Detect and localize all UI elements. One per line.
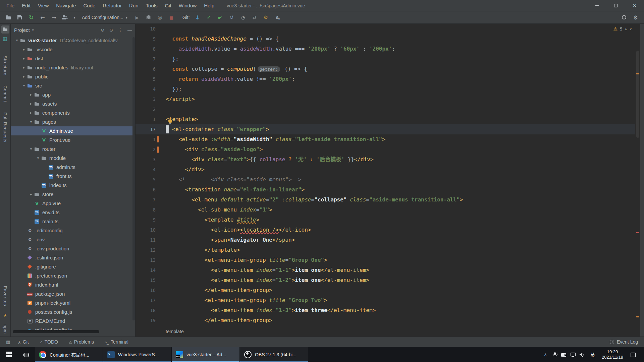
- code-line[interactable]: 12 </template>: [136, 245, 635, 255]
- code-line[interactable]: 6 <transition name="el-fade-in-linear">: [136, 185, 635, 195]
- sync-icon[interactable]: [27, 13, 36, 22]
- search-everywhere-icon[interactable]: [620, 13, 629, 22]
- tree-item-module[interactable]: ▾module: [11, 154, 135, 163]
- code-line[interactable]: 8 <el-sub-menu index="1">: [136, 205, 635, 215]
- tree-item-vue3-starter[interactable]: ▾vue3-starterD:\Code\vue_code\tutorial\v: [11, 36, 135, 45]
- tree-item-admin-vue[interactable]: Admin.vue: [11, 126, 135, 135]
- code-line[interactable]: 8 asideWidth.value = asideWidth.value ==…: [136, 44, 635, 54]
- tree-item-admin-ts[interactable]: admin.ts: [11, 163, 135, 172]
- services-icon[interactable]: [262, 13, 270, 22]
- tree-item-index-html[interactable]: index.html: [11, 280, 135, 289]
- tree-item-main-ts[interactable]: main.ts: [11, 217, 135, 226]
- tool-button-structure[interactable]: Structure: [3, 56, 8, 75]
- tree-item-components[interactable]: ▸components: [11, 108, 135, 117]
- taskbar-app-windows-powers[interactable]: Windows PowerS...: [103, 347, 171, 362]
- menu-window[interactable]: Window: [175, 0, 200, 11]
- tool-button-favorites[interactable]: Favorites: [3, 286, 8, 306]
- network-icon[interactable]: [570, 352, 576, 358]
- tree-arrow[interactable]: ▸: [21, 56, 27, 61]
- tree-item-router[interactable]: ▾router: [11, 144, 135, 154]
- line-number[interactable]: 4: [136, 165, 161, 175]
- tree-item-front-ts[interactable]: front.ts: [11, 172, 135, 181]
- taskbar-app-container[interactable]: Container 布局容...: [35, 347, 103, 362]
- tree-item-assets[interactable]: ▸assets: [11, 99, 135, 108]
- line-number[interactable]: 11: [136, 235, 161, 245]
- tree-arrow[interactable]: ▸: [28, 102, 34, 106]
- tree-item-package-json[interactable]: package.json: [11, 289, 135, 298]
- line-number[interactable]: 17: [136, 295, 161, 305]
- project-tool-icon[interactable]: [1, 25, 9, 34]
- tree-item-dist[interactable]: ▸dist: [11, 54, 135, 63]
- taskbar-app-vue3-starter-ad[interactable]: vue3-starter – Ad...: [172, 347, 239, 362]
- commit-icon[interactable]: [205, 13, 213, 22]
- project-vertical-scrollbar[interactable]: [132, 37, 135, 320]
- line-number[interactable]: 7: [136, 54, 161, 64]
- debug-icon[interactable]: [144, 13, 153, 22]
- open-icon[interactable]: [4, 13, 13, 22]
- history-icon[interactable]: [239, 13, 248, 22]
- editor[interactable]: 109 const handleAsideChange = () => {8 a…: [136, 24, 640, 326]
- code-line[interactable]: 4 });: [136, 84, 635, 94]
- menu-run[interactable]: Run: [125, 0, 142, 11]
- line-number[interactable]: 6: [136, 185, 161, 195]
- line-number[interactable]: 8: [136, 44, 161, 54]
- line-number[interactable]: 1: [136, 114, 161, 124]
- update-project-icon[interactable]: [193, 13, 202, 22]
- line-number[interactable]: 2: [136, 104, 161, 114]
- tree-item-src[interactable]: ▾src: [11, 81, 135, 90]
- options-icon[interactable]: [118, 27, 122, 33]
- maximize-button[interactable]: [606, 0, 625, 11]
- menu-refactor[interactable]: Refactor: [99, 0, 125, 11]
- code-line[interactable]: 5 <!-- <div class="aside-menus">-->: [136, 175, 635, 185]
- tray-expand-icon[interactable]: [543, 352, 549, 358]
- tree-item-app[interactable]: ▸app: [11, 90, 135, 99]
- menu-navigate[interactable]: Navigate: [52, 0, 79, 11]
- forward-icon[interactable]: [50, 13, 58, 22]
- line-number[interactable]: 16: [136, 285, 161, 295]
- code-line[interactable]: 18 <el-menu-item index="1-3">item three<…: [136, 305, 635, 315]
- prev-problem-icon[interactable]: ∧: [625, 27, 627, 31]
- code-line[interactable]: 2 <div class="aside-logo">: [136, 144, 635, 155]
- battery-icon[interactable]: [561, 352, 567, 358]
- event-log-button[interactable]: Event Log: [610, 339, 638, 345]
- code-line[interactable]: 6 const collapse = computed(getter: () =…: [136, 64, 635, 74]
- code-line[interactable]: 7 };: [136, 54, 635, 64]
- tree-item-readme-md[interactable]: README.md: [11, 316, 135, 325]
- project-horizontal-scrollbar[interactable]: [13, 330, 99, 333]
- code-line[interactable]: 7 <el-menu default-active="2" :collapse=…: [136, 195, 635, 205]
- tree-item-node-modules[interactable]: ▸node_moduleslibrary root: [11, 63, 135, 72]
- line-number[interactable]: 13: [136, 255, 161, 265]
- tree-item-public[interactable]: ▸public: [11, 72, 135, 81]
- line-number[interactable]: 10: [136, 24, 161, 34]
- tree-item-gitignore[interactable]: .gitignore: [11, 262, 135, 271]
- menu-code[interactable]: Code: [79, 0, 99, 11]
- tree-item-prettierrc-json[interactable]: .prettierrc.json: [11, 271, 135, 280]
- code-line[interactable]: 5 return asideWidth.value !== '200px';: [136, 74, 635, 84]
- translate-icon[interactable]: [273, 13, 282, 22]
- tree-arrow[interactable]: ▾: [28, 120, 34, 124]
- tree-item-postcss-config-js[interactable]: postcss.config.js: [11, 307, 135, 316]
- tree-item-eslintrc-json[interactable]: .eslintrc.json: [11, 253, 135, 262]
- line-number[interactable]: 3: [136, 94, 161, 104]
- code-line[interactable]: 2: [136, 104, 635, 114]
- run-icon[interactable]: [133, 13, 142, 22]
- tree-arrow[interactable]: ▾: [28, 147, 34, 151]
- line-number[interactable]: 6: [136, 64, 161, 74]
- start-button[interactable]: [0, 347, 17, 362]
- line-number[interactable]: 8: [136, 205, 161, 215]
- line-number[interactable]: 17: [136, 124, 161, 134]
- tool-windows-toggle-icon[interactable]: ▦: [6, 340, 10, 345]
- rollback-icon[interactable]: [227, 13, 236, 22]
- code-line[interactable]: 14 <el-menu-item index="1-1">item one</e…: [136, 265, 635, 275]
- close-button[interactable]: ×: [625, 0, 644, 11]
- locate-icon[interactable]: [101, 27, 104, 33]
- users-icon[interactable]: [61, 13, 70, 22]
- tool-button-commit[interactable]: Commit: [3, 85, 8, 102]
- code-line[interactable]: 1 <el-aside :width="asideWidth" class="l…: [136, 134, 635, 144]
- code-line[interactable]: 3 <div class="text">{{ collapse ? '无' : …: [136, 155, 635, 165]
- code-line[interactable]: 9 const handleAsideChange = () => {: [136, 34, 635, 44]
- hide-icon[interactable]: [127, 27, 132, 33]
- line-number[interactable]: 5: [136, 175, 161, 185]
- code-line[interactable]: 19 </el-menu-item-group>: [136, 315, 635, 325]
- menu-git[interactable]: Git: [161, 0, 175, 11]
